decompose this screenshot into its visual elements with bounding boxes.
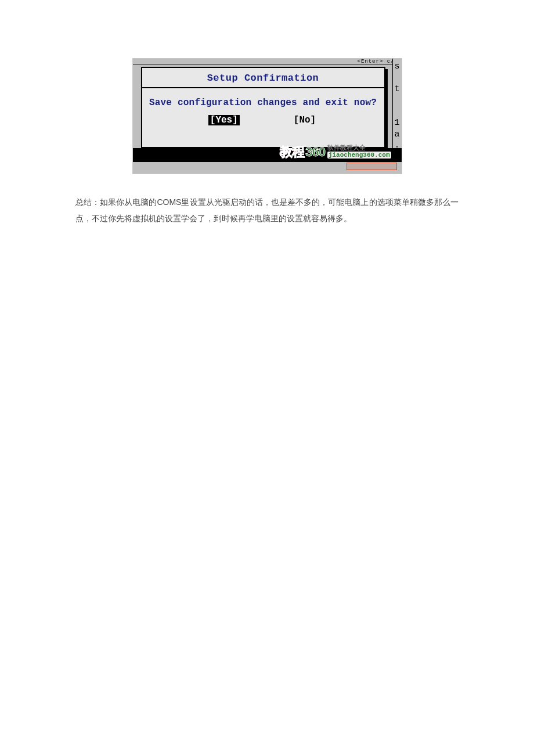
article-summary-paragraph: 总结：如果你从电脑的COMS里设置从光驱启动的话，也是差不多的，可能电脑上的选项…: [75, 194, 459, 226]
right-strip-char: 1: [394, 119, 399, 127]
bios-right-strip: s t 1 a .: [392, 59, 402, 152]
bios-bottom-black-bar: [133, 148, 402, 162]
setup-confirmation-dialog: Setup Confirmation Save configuration ch…: [141, 67, 385, 148]
no-button[interactable]: [No]: [292, 115, 317, 125]
dialog-button-row: [Yes] [No]: [142, 115, 384, 125]
right-strip-char: t: [394, 85, 399, 93]
yes-button[interactable]: [Yes]: [208, 115, 240, 125]
bios-footer-highlight-box: [347, 163, 397, 170]
dialog-title: Setup Confirmation: [142, 68, 384, 88]
bios-screenshot: <Enter> c/ s t 1 a . Setup Confirmation …: [132, 58, 402, 174]
dialog-body-text: Save configuration changes and exit now?: [142, 88, 384, 115]
bios-topbar-hint: <Enter> c/: [133, 59, 398, 64]
right-strip-char: a: [394, 131, 399, 139]
right-strip-char: s: [394, 63, 399, 71]
